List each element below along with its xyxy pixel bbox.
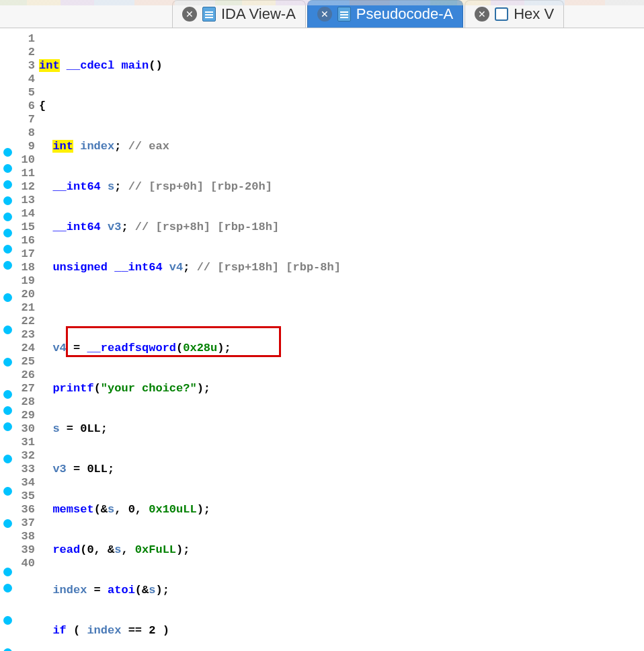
line-number: 21 — [15, 301, 35, 315]
line-number: 31 — [15, 436, 35, 449]
line-number: 12 — [15, 180, 35, 194]
breakpoint-dot[interactable] — [3, 390, 12, 399]
line-number: 34 — [15, 476, 35, 490]
breakpoint-dot[interactable] — [3, 422, 12, 431]
line-number: 2 — [15, 46, 35, 59]
code-line: int __cdecl main() — [39, 59, 644, 73]
line-number: 35 — [15, 490, 35, 503]
breakpoint-dot[interactable] — [3, 213, 12, 221]
file-icon — [337, 7, 351, 22]
breakpoint-dot[interactable] — [3, 487, 12, 496]
tab-hex-view[interactable]: ✕ Hex V — [465, 0, 564, 28]
code-line: v4 = __readfsqword(0x28u); — [39, 342, 644, 355]
code-line: read(0, &s, 0xFuLL); — [39, 543, 644, 557]
line-number: 17 — [15, 247, 35, 261]
line-number: 11 — [15, 167, 35, 180]
breakpoint-dot[interactable] — [3, 455, 12, 463]
breakpoint-dot[interactable] — [3, 180, 12, 189]
line-number-gutter: 1234567891011121314151617181920212223242… — [15, 28, 38, 651]
line-number: 9 — [15, 140, 35, 153]
line-number: 15 — [15, 221, 35, 234]
line-number: 3 — [15, 59, 35, 73]
code-line: index = atoi(&s); — [39, 584, 644, 597]
code-line: int index; // eax — [39, 140, 644, 153]
tab-label: IDA View-A — [221, 5, 296, 23]
code-line: __int64 s; // [rsp+0h] [rbp-20h] — [39, 180, 644, 194]
code-line: unsigned __int64 v4; // [rsp+18h] [rbp-8… — [39, 261, 644, 274]
breakpoint-dot[interactable] — [3, 648, 12, 651]
breakpoint-gutter[interactable] — [0, 28, 15, 651]
close-icon[interactable]: ✕ — [182, 7, 197, 22]
code-line: printf("your choice?"); — [39, 382, 644, 395]
breakpoint-dot[interactable] — [3, 196, 12, 205]
line-number: 26 — [15, 369, 35, 382]
breakpoint-dot[interactable] — [3, 293, 12, 302]
tab-ida-view[interactable]: ✕ IDA View-A — [172, 0, 306, 28]
breakpoint-dot[interactable] — [3, 568, 12, 576]
tab-bar: ✕ IDA View-A ✕ Pseudocode-A ✕ Hex V — [0, 0, 644, 28]
file-icon — [202, 7, 216, 22]
line-number: 38 — [15, 530, 35, 543]
tab-pseudocode[interactable]: ✕ Pseudocode-A — [307, 0, 463, 28]
line-number: 14 — [15, 207, 35, 221]
close-icon[interactable]: ✕ — [475, 7, 489, 22]
line-number: 13 — [15, 194, 35, 207]
line-number: 23 — [15, 328, 35, 342]
line-number: 19 — [15, 274, 35, 288]
line-number: 36 — [15, 503, 35, 516]
line-number: 6 — [15, 100, 35, 113]
code-line: __int64 v3; // [rsp+8h] [rbp-18h] — [39, 221, 644, 234]
line-number: 25 — [15, 355, 35, 369]
line-number: 10 — [15, 153, 35, 167]
code-editor: 1234567891011121314151617181920212223242… — [0, 28, 644, 651]
breakpoint-dot[interactable] — [3, 229, 12, 237]
line-number: 22 — [15, 315, 35, 328]
code-area[interactable]: int __cdecl main() { int index; // eax _… — [38, 28, 644, 651]
code-line — [39, 301, 644, 315]
line-number: 29 — [15, 409, 35, 422]
line-number: 28 — [15, 395, 35, 409]
code-line: { — [39, 100, 644, 113]
breakpoint-dot[interactable] — [3, 584, 12, 592]
line-number: 27 — [15, 382, 35, 395]
breakpoint-dot[interactable] — [3, 519, 12, 528]
line-number: 24 — [15, 342, 35, 355]
line-number: 4 — [15, 73, 35, 86]
breakpoint-dot[interactable] — [3, 148, 12, 157]
line-number: 40 — [15, 557, 35, 570]
tab-label: Hex V — [514, 5, 554, 23]
breakpoint-dot[interactable] — [3, 164, 12, 173]
code-line: memset(&s, 0, 0x10uLL); — [39, 503, 644, 516]
line-number: 39 — [15, 543, 35, 557]
line-number: 8 — [15, 126, 35, 140]
line-number: 33 — [15, 463, 35, 476]
code-line: if ( index == 2 ) — [39, 624, 644, 638]
code-line: v3 = 0LL; — [39, 463, 644, 476]
code-line: s = 0LL; — [39, 422, 644, 436]
tab-label: Pseudocode-A — [356, 5, 453, 23]
line-number: 30 — [15, 422, 35, 436]
breakpoint-dot[interactable] — [3, 245, 12, 254]
breakpoint-dot[interactable] — [3, 261, 12, 270]
line-number: 5 — [15, 86, 35, 100]
line-number: 18 — [15, 261, 35, 274]
breakpoint-dot[interactable] — [3, 358, 12, 367]
line-number: 32 — [15, 449, 35, 463]
line-number: 16 — [15, 234, 35, 247]
line-number: 37 — [15, 516, 35, 530]
line-number: 7 — [15, 113, 35, 126]
hex-icon — [495, 7, 508, 21]
breakpoint-dot[interactable] — [3, 406, 12, 415]
line-number: 20 — [15, 288, 35, 301]
close-icon[interactable]: ✕ — [317, 7, 332, 22]
breakpoint-dot[interactable] — [3, 616, 12, 625]
breakpoint-dot[interactable] — [3, 326, 12, 334]
line-number: 1 — [15, 32, 35, 46]
